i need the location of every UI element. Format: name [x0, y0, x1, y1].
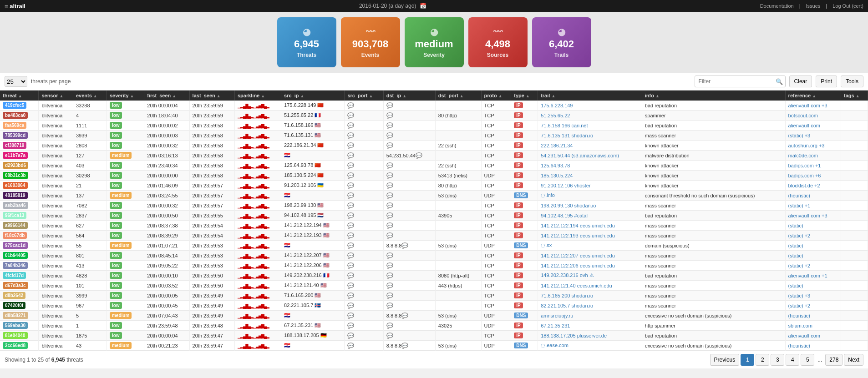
cell-trail[interactable]: 141.212.121.40 eecs.umich.edu	[538, 281, 642, 291]
cell-reference[interactable]: (static) +2	[785, 261, 841, 271]
cell-trail[interactable]: amnsreiuojy.ru	[538, 311, 642, 321]
stat-events[interactable]: 〰 903,708 Events	[341, 17, 400, 67]
comment-icon[interactable]: 💬	[386, 302, 393, 309]
cell-reference[interactable]: botscout.com	[785, 111, 841, 121]
cell-reference[interactable]: blocklist.de +2	[785, 181, 841, 191]
col-sensor[interactable]: sensor ▲	[39, 91, 73, 101]
cell-trail[interactable]: 141.212.122.207 eecs.umich.edu	[538, 251, 642, 261]
comment-icon[interactable]: 💬	[386, 272, 393, 279]
comment-icon[interactable]: 💬	[347, 292, 354, 299]
cell-trail[interactable]: 67.21.35.231	[538, 321, 642, 331]
comment-icon[interactable]: 💬	[416, 152, 422, 159]
comment-icon[interactable]: 💬	[386, 292, 393, 299]
comment-icon[interactable]: 💬	[347, 182, 354, 189]
comment-icon[interactable]: 💬	[386, 202, 393, 209]
cell-trail[interactable]: 91.200.12.106 vhoster	[538, 181, 642, 191]
cell-reference[interactable]: (static)	[785, 251, 841, 261]
col-info[interactable]: info ▲	[642, 91, 785, 101]
cell-trail[interactable]: 149.202.238.216 ovh ⚠	[538, 271, 642, 281]
col-type[interactable]: type ▲	[511, 91, 538, 101]
severity-badge[interactable]: low	[110, 162, 122, 169]
cell-trail[interactable]: 71.6.165.200 shodan.io	[538, 291, 642, 301]
severity-badge[interactable]: low	[110, 202, 122, 209]
comment-icon[interactable]: 💬	[401, 312, 408, 319]
cell-trail[interactable]: 141.212.122.194 eecs.umich.edu	[538, 221, 642, 231]
cell-reference[interactable]: (static) +2	[785, 301, 841, 311]
comment-icon[interactable]: 💬	[386, 212, 393, 219]
calendar-icon[interactable]: 📅	[420, 3, 426, 9]
cell-reference[interactable]: (heuristic)	[785, 341, 841, 351]
cell-reference[interactable]: alienvault.com	[785, 121, 841, 131]
cell-trail[interactable]: 141.212.122.193 eecs.umich.edu	[538, 231, 642, 241]
severity-badge[interactable]: low	[110, 322, 122, 329]
comment-icon[interactable]: 💬	[347, 222, 354, 229]
threat-badge[interactable]: 08b31c3b	[3, 172, 28, 179]
tools-button[interactable]: Tools	[841, 76, 863, 87]
comment-icon[interactable]: 💬	[386, 282, 393, 289]
severity-badge[interactable]: medium	[110, 192, 132, 199]
severity-badge[interactable]: low	[110, 122, 122, 129]
cell-reference[interactable]: (heuristic)	[785, 191, 841, 201]
severity-badge[interactable]: low	[110, 142, 122, 149]
threat-badge[interactable]: 96f1ca13	[3, 212, 26, 219]
next-button[interactable]: Next	[844, 354, 863, 366]
print-button[interactable]: Print	[816, 76, 837, 87]
severity-badge[interactable]: low	[110, 262, 122, 269]
severity-badge[interactable]: low	[110, 302, 122, 309]
filter-input[interactable]	[695, 76, 786, 87]
cell-trail[interactable]: 222.186.21.34	[538, 141, 642, 151]
cell-trail[interactable]: 175.6.228.149	[538, 101, 642, 111]
threat-badge[interactable]: f18c67db	[3, 232, 27, 239]
comment-icon[interactable]: 💬	[386, 222, 393, 229]
comment-icon[interactable]: 💬	[347, 192, 354, 199]
threat-badge[interactable]: 01b94405	[3, 252, 28, 259]
comment-icon[interactable]: 💬	[401, 242, 408, 249]
severity-badge[interactable]: low	[110, 252, 122, 259]
comment-icon[interactable]: 💬	[347, 262, 354, 269]
threat-badge[interactable]: d8b58271	[3, 312, 28, 319]
stat-sources[interactable]: 〰 4,498 Sources	[468, 17, 528, 67]
cell-trail[interactable]: 188.138.17.205 plusserver.de	[538, 331, 642, 341]
cell-trail[interactable]: 125.64.93.78	[538, 161, 642, 171]
cell-trail[interactable]: 141.212.122.206 eecs.umich.edu	[538, 261, 642, 271]
comment-icon[interactable]: 💬	[347, 282, 354, 289]
threat-badge[interactable]: cf308719	[3, 142, 26, 149]
comment-icon[interactable]: 💬	[386, 172, 393, 179]
cell-reference[interactable]: alienvault.com +3	[785, 211, 841, 221]
threat-badge[interactable]: 07420f0f	[3, 302, 25, 309]
severity-badge[interactable]: low	[110, 292, 122, 299]
stat-trails[interactable]: ◕ 6,402 Trails	[532, 17, 591, 67]
cell-trail[interactable]: 71.6.135.131 shodan.io	[538, 131, 642, 141]
comment-icon[interactable]: 💬	[347, 252, 354, 259]
col-src-port[interactable]: src_port ▲	[345, 91, 383, 101]
page-3-button[interactable]: 3	[771, 354, 784, 366]
cell-trail[interactable]: 94.102.48.195 #catal	[538, 211, 642, 221]
col-reference[interactable]: reference ▲	[785, 91, 841, 101]
threat-badge[interactable]: aeb2ba46	[3, 202, 28, 209]
severity-badge[interactable]: low	[110, 102, 122, 109]
threat-badge[interactable]: 7a84b346	[3, 262, 28, 269]
col-trail[interactable]: trail ▲	[538, 91, 642, 101]
cell-trail[interactable]: 185.130.5.224	[538, 171, 642, 181]
severity-badge[interactable]: low	[110, 212, 122, 219]
col-tags[interactable]: tags ▲	[841, 91, 868, 101]
col-first-seen[interactable]: first_seen ▲	[144, 91, 189, 101]
cell-reference[interactable]: badips.com +1	[785, 161, 841, 171]
col-proto[interactable]: proto ▲	[481, 91, 511, 101]
comment-icon[interactable]: 💬	[386, 252, 393, 259]
cell-reference[interactable]: (static)	[785, 241, 841, 251]
comment-icon[interactable]: 💬	[347, 102, 354, 109]
severity-badge[interactable]: low	[110, 182, 122, 189]
comment-icon[interactable]: 💬	[347, 323, 354, 329]
col-src-ip[interactable]: src_ip ▲	[281, 91, 345, 101]
cell-trail[interactable]: 51.255.65.22	[538, 111, 642, 121]
page-1-button[interactable]: 1	[741, 354, 754, 366]
threat-badge[interactable]: 48185819	[3, 192, 28, 199]
severity-badge[interactable]: low	[110, 282, 122, 289]
comment-icon[interactable]: 💬	[347, 272, 354, 279]
comment-icon[interactable]: 💬	[386, 112, 393, 119]
col-dst-port[interactable]: dst_port ▲	[435, 91, 481, 101]
comment-icon[interactable]: 💬	[386, 102, 393, 109]
comment-icon[interactable]: 💬	[347, 172, 354, 179]
comment-icon[interactable]: 💬	[347, 232, 354, 239]
